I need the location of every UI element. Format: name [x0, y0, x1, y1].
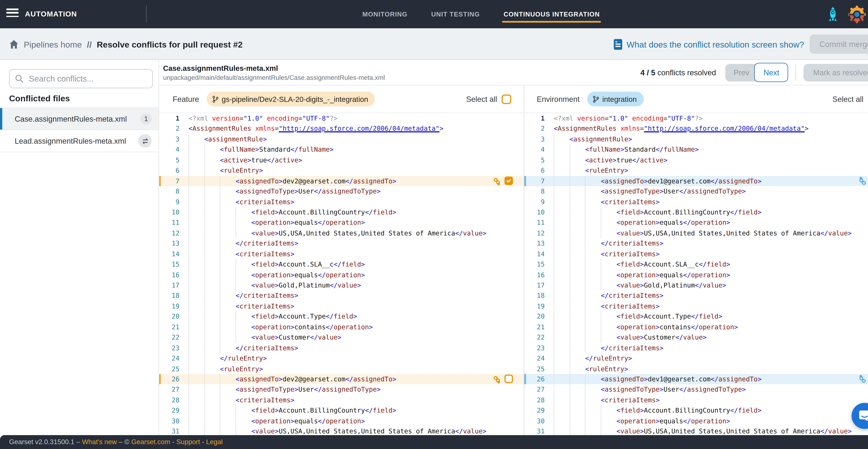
footer-link[interactable]: Support: [176, 438, 200, 446]
code-text: <value>Gold,Platinum</value>: [180, 280, 524, 290]
code-line-24: 24 </ruleEntry>: [159, 353, 524, 363]
line-number: 15: [526, 259, 545, 269]
mark-as-resolved-button[interactable]: Mark as resolved: [804, 64, 868, 81]
line-number: 22: [161, 332, 180, 343]
file-item[interactable]: Lead.assignmentRules-meta.xml: [0, 130, 158, 152]
line-number: 5: [161, 155, 180, 165]
code-line-5: 5 <active>true</active>: [524, 155, 868, 165]
code-text: <value>US,USA,United States,United State…: [180, 228, 524, 238]
conflicted-file-list: Case.assignmentRules-meta.xml1Lead.assig…: [0, 107, 158, 152]
line-number: 23: [161, 343, 180, 353]
code-line-28: 28 <criteriaItems>: [159, 395, 524, 405]
code-line-10: 10 <field>Account.BillingCountry</field>: [524, 207, 868, 217]
code-line-15: 15 <field>Account.SLA__c</field>: [524, 259, 868, 269]
code-text: <field>Account.Type</field>: [180, 312, 524, 322]
code-text: <criteriaItems>: [545, 249, 868, 259]
line-number: 19: [161, 301, 180, 312]
code-text: </criteriaItems>: [545, 238, 868, 249]
code-text: <assignedToType>User</assignedToType>: [545, 186, 868, 197]
code-text: <fullName>Standard</fullName>: [180, 145, 524, 155]
line-number: 8: [526, 186, 545, 197]
line-number: 15: [161, 259, 180, 269]
branch-header-row: Feature gs-pipeline/Dev2-SLA-20-digits_-…: [159, 85, 868, 113]
code-line-4: 4 <fullName>Standard</fullName>: [524, 145, 868, 155]
code-text: <field>Account.BillingCountry</field>: [545, 405, 868, 416]
top-nav-tab-monitoring[interactable]: MONITORING: [362, 11, 407, 18]
top-nav-tab-continuous-integration[interactable]: CONTINUOUS INTEGRATION: [504, 11, 600, 18]
feature-branch-pill: gs-pipeline/Dev2-SLA-20-digits_-_integra…: [207, 92, 375, 106]
code-text: <criteriaItems>: [180, 395, 524, 405]
environment-label: Environment: [537, 95, 580, 103]
code-line-11: 11 <operation>equals</operation>: [524, 218, 868, 228]
code-line-1: 1<?xml version="1.0" encoding="UTF-8"?>: [524, 113, 868, 124]
code-line-14: 14 <criteriaItems>: [159, 249, 524, 259]
code-line-22: 22 <value>Customer</value>: [524, 332, 868, 343]
code-line-27: 27 <assignedToType>User</assignedToType>: [524, 384, 868, 395]
code-text: <value>US,USA,United States,United State…: [545, 426, 868, 436]
code-text: <assignmentRule>: [180, 134, 524, 145]
code-text: <operation>equals</operation>: [545, 269, 868, 280]
line-number: 31: [526, 426, 545, 436]
swap-badge: [138, 134, 152, 148]
rocket-icon[interactable]: [826, 6, 840, 22]
line-number: 10: [526, 207, 545, 217]
code-text: <operation>contains</operation>: [545, 322, 868, 332]
code-text: <assignmentRule>: [545, 134, 868, 145]
line-number: 3: [161, 134, 180, 145]
code-line-3: 3 <assignmentRule>: [524, 134, 868, 145]
top-nav-tab-unit-testing[interactable]: UNIT TESTING: [431, 11, 480, 18]
code-text: <criteriaItems>: [545, 301, 868, 312]
footer-text: -: [200, 438, 206, 446]
line-number: 13: [161, 238, 180, 249]
line-number: 18: [161, 291, 180, 301]
home-icon[interactable]: [9, 39, 19, 49]
line-number: 28: [526, 395, 545, 405]
line-number: 11: [161, 218, 180, 228]
go-to-linked-line-icon[interactable]: [493, 375, 501, 384]
code-text: <operation>contains</operation>: [180, 322, 524, 332]
code-line-21: 21 <operation>contains</operation>: [159, 322, 524, 332]
go-to-linked-line-icon[interactable]: [858, 375, 867, 384]
line-number: 26: [161, 374, 180, 384]
search-input[interactable]: [9, 69, 153, 88]
footer-link[interactable]: Gearset.com: [131, 438, 170, 446]
line-number: 16: [161, 269, 180, 280]
code-line-21: 21 <operation>contains</operation>: [524, 322, 868, 332]
prev-conflict-button[interactable]: Prev: [725, 64, 758, 81]
conflict-line-checkbox-unchecked[interactable]: [504, 375, 513, 383]
code-text: <ruleEntry>: [545, 364, 868, 374]
gearset-logo-avatar[interactable]: [848, 5, 866, 23]
line-number: 1: [161, 113, 180, 124]
code-line-16: 16 <operation>equals</operation>: [524, 269, 868, 280]
help-article-link[interactable]: What does the conflict resolution screen…: [614, 39, 804, 50]
breadcrumb-separator: //: [87, 39, 92, 49]
line-number: 7: [526, 176, 545, 186]
breadcrumb-pipelines-home-link[interactable]: Pipelines home: [24, 39, 82, 49]
conflict-line-checkbox-checked[interactable]: [504, 177, 513, 185]
next-conflict-button[interactable]: Next: [754, 63, 788, 82]
code-line-29: 29 <field>Account.BillingCountry</field>: [159, 405, 524, 416]
hamburger-menu-icon[interactable]: [6, 8, 19, 20]
code-text: <value>US,USA,United States,United State…: [545, 228, 868, 238]
file-item[interactable]: Case.assignmentRules-meta.xml1: [0, 107, 158, 130]
top-navigation-bar: AUTOMATION MONITORINGUNIT TESTINGCONTINU…: [0, 0, 868, 28]
footer-link[interactable]: What's new: [82, 438, 117, 446]
go-to-linked-line-icon[interactable]: [493, 176, 501, 185]
line-number: 3: [526, 134, 545, 145]
file-path: unpackaged/main/default/assignmentRules/…: [163, 74, 385, 81]
diff-code-area: 1<?xml version="1.0" encoding="UTF-8"?>2…: [159, 113, 868, 436]
select-all-checkbox-left[interactable]: [502, 94, 511, 104]
code-text: <assignedTo>dev2@gearset.com</assignedTo…: [180, 374, 524, 384]
commit-merge-button[interactable]: Commit merge: [810, 34, 868, 54]
line-number: 21: [161, 322, 180, 332]
code-line-17: 17 <value>Gold,Platinum</value>: [524, 280, 868, 290]
footer-link[interactable]: Legal: [206, 438, 223, 446]
code-line-5: 5 <active>true</active>: [159, 155, 524, 165]
go-to-linked-line-icon[interactable]: [858, 176, 867, 185]
code-text: <assignedTo>dev2@gearset.com</assignedTo…: [180, 176, 524, 186]
git-branch-icon: [592, 95, 599, 103]
code-line-30: 30 <operation>equals</operation>: [524, 416, 868, 426]
line-number: 24: [161, 353, 180, 363]
footer-text: – ©: [117, 438, 131, 446]
line-number: 20: [526, 312, 545, 322]
